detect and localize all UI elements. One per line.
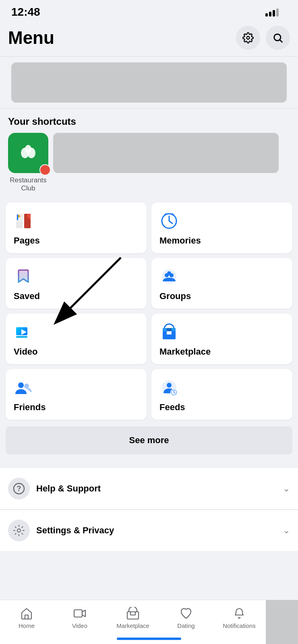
grid-item-saved[interactable]: Saved [6,258,147,309]
feeds-icon [159,378,179,397]
nav-item-video[interactable]: Video [53,600,106,644]
svg-rect-23 [16,336,27,338]
shortcuts-scroll: Restaurants Club [8,133,290,193]
shortcut-badge [39,164,51,175]
grid-item-marketplace[interactable]: Marketplace [151,314,292,364]
status-icons [265,8,287,17]
shortcuts-title: Your shortcuts [8,116,290,127]
svg-rect-40 [74,610,82,617]
groups-icon [159,267,179,286]
shortcut-label-restaurants-club: Restaurants Club [10,176,47,193]
nav-notifications-label: Notifications [223,622,256,629]
nav-home-label: Home [19,622,35,629]
nav-notifications-icon [233,607,246,620]
home-indicator [117,638,181,640]
settings-button[interactable] [236,26,260,50]
nav-dating-label: Dating [177,622,195,629]
grid-item-feeds[interactable]: Feeds [151,369,292,420]
home-icon [20,607,33,620]
list-item-settings-privacy[interactable]: Settings & Privacy ⌄ [0,510,298,551]
grid-section: Pages Memories [0,197,298,420]
svg-point-39 [17,529,21,532]
svg-point-29 [18,382,24,388]
friends-icon [14,378,33,397]
svg-point-19 [167,271,171,275]
grid-item-groups[interactable]: Groups [151,258,292,309]
restaurants-club-icon [8,133,48,173]
marketplace-icon [159,322,179,342]
nav-marketplace-label: Marketplace [116,622,149,629]
nav-dating-icon [180,607,192,620]
shortcuts-more-placeholder [53,133,279,173]
shortcuts-section: Your shortcuts Restaurants Club [0,109,298,197]
banner-area [0,57,298,103]
shortcut-item-restaurants-club[interactable]: Restaurants Club [8,133,48,193]
memories-icon [159,211,179,231]
signal-icon [265,8,279,17]
svg-marker-41 [82,610,85,617]
marketplace-label: Marketplace [159,347,284,357]
friends-label: Friends [14,402,139,413]
grid: Pages Memories [6,202,292,420]
svg-rect-43 [130,612,135,615]
svg-text:?: ? [17,485,21,493]
header-actions [236,26,290,50]
video-label: Video [14,347,139,357]
settings-privacy-label: Settings & Privacy [36,525,283,536]
status-time: 12:48 [11,6,40,19]
saved-label: Saved [14,291,139,301]
svg-rect-28 [167,328,172,331]
grid-item-pages[interactable]: Pages [6,202,147,253]
list-section: ? Help & Support ⌄ Settings & Privacy ⌄ [0,462,298,551]
pages-icon [14,211,33,231]
nav-item-notifications[interactable]: Notifications [213,600,266,644]
gear-icon [242,32,254,43]
video-icon [14,322,33,342]
search-button[interactable] [266,26,290,50]
chevron-down-icon: ⌄ [283,483,290,494]
status-bar: 12:48 [0,0,298,22]
header: Menu [0,22,298,56]
shortcut-icon-svg [16,141,40,165]
svg-point-8 [25,145,31,153]
grid-item-friends[interactable]: Friends [6,369,147,420]
svg-point-30 [24,384,29,388]
feeds-label: Feeds [159,402,284,413]
memories-label: Memories [159,235,284,246]
nav-video-label: Video [72,622,87,629]
svg-line-5 [280,40,282,42]
see-more-button[interactable]: See more [6,426,292,454]
banner-placeholder [11,62,287,103]
groups-label: Groups [159,291,284,301]
help-icon-container: ? [8,478,30,500]
page-title: Menu [8,28,54,48]
list-item-help-support[interactable]: ? Help & Support ⌄ [0,468,298,510]
grid-item-memories[interactable]: Memories [151,202,292,253]
grid-item-video[interactable]: Video [6,314,147,364]
svg-point-3 [247,37,250,39]
settings-list-icon [13,524,25,537]
saved-icon [14,267,33,286]
search-icon [272,32,284,43]
help-support-label: Help & Support [36,483,283,494]
help-icon: ? [13,483,25,495]
scroll-area-placeholder [266,600,298,644]
svg-rect-13 [17,215,18,220]
nav-video-icon [73,607,86,620]
nav-item-home[interactable]: Home [0,600,53,644]
chevron-down-icon-2: ⌄ [283,525,290,536]
settings-icon-container [8,520,30,541]
svg-point-32 [167,383,172,388]
nav-marketplace-icon [126,607,139,620]
pages-label: Pages [14,235,139,246]
